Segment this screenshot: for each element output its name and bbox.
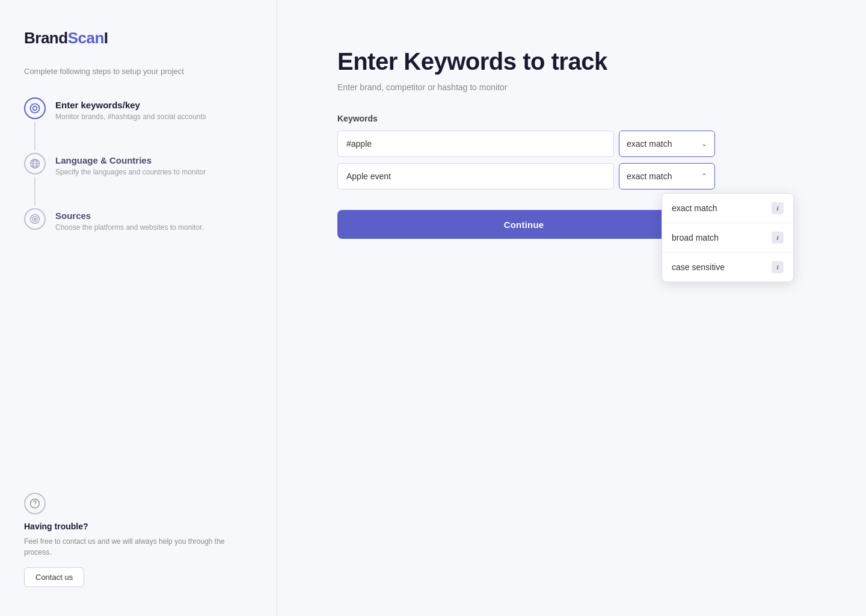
match-select-2[interactable]: exact match ⌃ <box>619 163 715 189</box>
step-content-keywords: Enter keywords/key Monitor brands, #hash… <box>55 97 206 135</box>
support-icon <box>24 493 46 514</box>
svg-point-0 <box>31 104 40 113</box>
keyword-input-1[interactable] <box>337 131 614 157</box>
step-content-language: Language & Countries Specify the languag… <box>55 153 206 191</box>
main-content: Enter Keywords to track Enter brand, com… <box>277 0 866 616</box>
step-line-1 <box>34 122 35 150</box>
svg-point-11 <box>35 506 35 507</box>
dropdown-option-exact-match[interactable]: exact match i <box>662 194 793 223</box>
step-content-sources: Sources Choose the platforms and website… <box>55 208 204 246</box>
keyword-input-2[interactable] <box>337 163 614 189</box>
step-connector-2 <box>24 153 46 208</box>
step-icon-sources <box>24 208 46 230</box>
support-section: Having trouble? Feel free to contact us … <box>24 469 253 587</box>
step-desc-keywords: Monitor brands, #hashtags and social acc… <box>55 112 206 121</box>
logo: BrandScanI <box>24 29 253 48</box>
sidebar: BrandScanI Complete following steps to s… <box>0 0 277 616</box>
contact-button[interactable]: Contact us <box>24 567 84 587</box>
step-desc-sources: Choose the platforms and websites to mon… <box>55 223 204 232</box>
step-line-2 <box>34 177 35 206</box>
step-title-language: Language & Countries <box>55 155 206 165</box>
step-icon-language <box>24 153 46 174</box>
dropdown-option-broad-match[interactable]: broad match i <box>662 223 793 253</box>
dropdown-option-case-sensitive[interactable]: case sensitive i <box>662 253 793 282</box>
match-select-1[interactable]: exact match ⌄ <box>619 131 715 157</box>
help-circle-icon <box>29 497 41 510</box>
continue-button[interactable]: Continue <box>337 210 710 239</box>
steps-list: Enter keywords/key Monitor brands, #hash… <box>24 97 253 246</box>
support-title: Having trouble? <box>24 522 253 531</box>
step-connector-1 <box>24 97 46 153</box>
info-icon-case[interactable]: i <box>772 261 784 273</box>
page-subtitle: Enter brand, competitor or hashtag to mo… <box>337 82 794 92</box>
circle-icon <box>29 102 41 114</box>
dropdown-option-broad-match-label: broad match <box>672 233 719 242</box>
match-type-dropdown: exact match i broad match i case sensiti… <box>662 193 794 282</box>
step-title-sources: Sources <box>55 211 204 221</box>
match-select-2-label: exact match <box>627 171 672 181</box>
step-title-keywords: Enter keywords/key <box>55 100 206 110</box>
dropdown-option-exact-match-label: exact match <box>672 203 717 213</box>
step-connector-3 <box>24 208 46 230</box>
support-desc: Feel free to contact us and we will alwa… <box>24 536 253 558</box>
dropdown-option-case-sensitive-label: case sensitive <box>672 262 725 272</box>
chevron-down-icon-1: ⌄ <box>701 140 707 148</box>
step-language: Language & Countries Specify the languag… <box>24 153 253 208</box>
svg-point-1 <box>33 106 37 111</box>
keyword-row-1: exact match ⌄ <box>337 131 794 157</box>
setup-subtitle: Complete following steps to setup your p… <box>24 67 253 76</box>
globe-icon <box>29 158 41 170</box>
step-sources: Sources Choose the platforms and website… <box>24 208 253 246</box>
page-title: Enter Keywords to track <box>337 48 794 75</box>
keyword-row-2: exact match ⌃ exact match i broad match … <box>337 163 794 189</box>
chevron-up-icon-2: ⌃ <box>701 172 707 180</box>
match-select-1-label: exact match <box>627 139 672 149</box>
svg-point-9 <box>34 218 36 220</box>
keywords-label: Keywords <box>337 114 794 123</box>
step-desc-language: Specify the languages and countries to m… <box>55 168 206 176</box>
target-icon <box>29 213 41 225</box>
step-keywords: Enter keywords/key Monitor brands, #hash… <box>24 97 253 153</box>
info-icon-exact[interactable]: i <box>772 202 784 214</box>
info-icon-broad[interactable]: i <box>772 232 784 244</box>
step-icon-keywords <box>24 97 46 119</box>
